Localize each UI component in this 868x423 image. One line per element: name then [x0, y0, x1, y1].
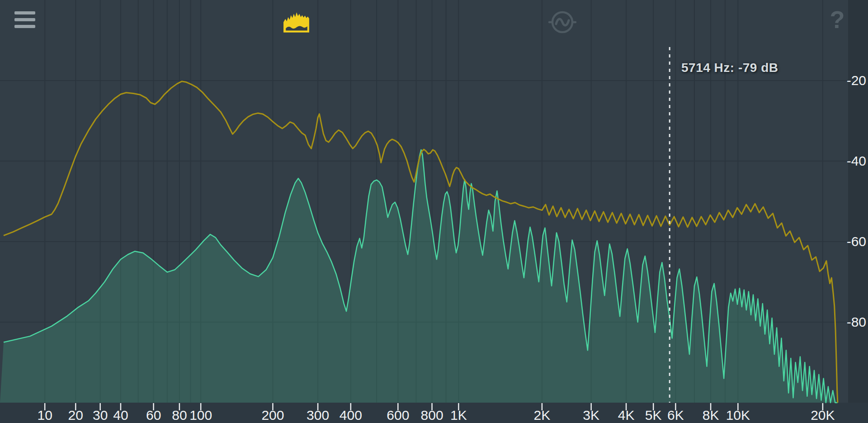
freq-tick-label: 10K — [726, 408, 750, 423]
freq-tick-label: 1K — [450, 408, 467, 423]
freq-tick-label: 100 — [189, 408, 212, 423]
freq-tick-label: 800 — [421, 408, 443, 423]
freq-tick-label: 4K — [618, 408, 635, 423]
sine-wave-circle-icon — [548, 9, 576, 35]
freq-tick-label: 300 — [307, 408, 329, 423]
question-mark-icon: ? — [830, 6, 845, 33]
hamburger-menu-icon — [14, 10, 36, 30]
right-margin-band — [848, 0, 868, 403]
spectrum-view-button[interactable] — [283, 11, 311, 33]
oscilloscope-view-button[interactable] — [548, 9, 576, 35]
freq-tick-label: 2K — [534, 408, 551, 423]
db-tick-label: -40 — [847, 153, 866, 168]
freq-tick-label: 600 — [387, 408, 409, 423]
spectrum-analyzer-app: 1020304060801002003004006008001K2K3K4K5K… — [0, 0, 868, 423]
menu-button[interactable] — [14, 10, 36, 30]
db-tick-label: -20 — [847, 73, 866, 88]
freq-tick-label: 80 — [172, 408, 187, 423]
freq-tick-label: 400 — [340, 408, 362, 423]
help-button[interactable]: ? — [827, 4, 847, 35]
freq-tick-label: 10 — [37, 408, 52, 423]
freq-tick-label: 6K — [667, 408, 684, 423]
freq-tick-label: 20 — [68, 408, 83, 423]
freq-tick-label: 200 — [261, 408, 284, 423]
freq-tick-label: 40 — [113, 408, 128, 423]
db-tick-label: -80 — [847, 314, 866, 329]
freq-tick-label: 20K — [811, 408, 835, 423]
freq-tick-label: 30 — [93, 408, 108, 423]
freq-tick-label: 5K — [645, 408, 662, 423]
freq-tick-label: 3K — [583, 408, 599, 423]
freq-tick-label: 60 — [146, 408, 161, 423]
cursor-readout: 5714 Hz: -79 dB — [681, 61, 778, 75]
spectrum-area-icon — [283, 11, 311, 33]
db-tick-label: -60 — [847, 234, 866, 249]
freq-tick-label: 8K — [703, 408, 719, 423]
